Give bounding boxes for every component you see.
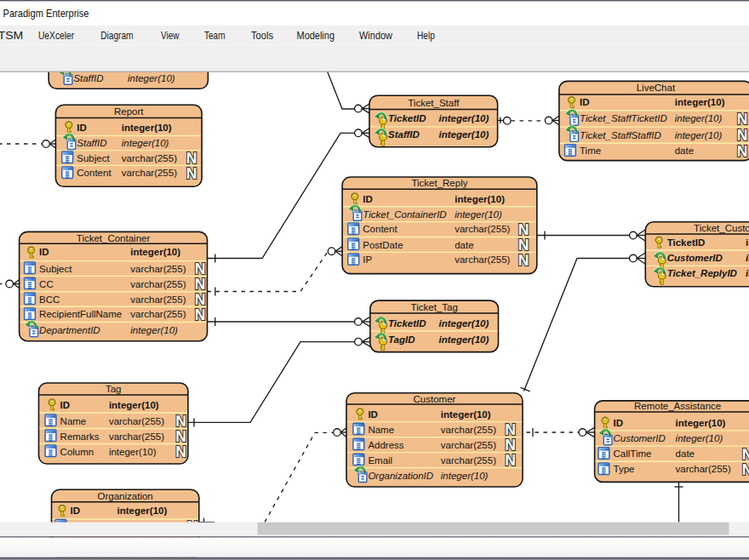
svg-text:integer(10): integer(10) bbox=[675, 113, 723, 123]
svg-text:Ticket_Container: Ticket_Container bbox=[77, 233, 151, 243]
svg-text:Ticket_ContainerID: Ticket_ContainerID bbox=[363, 209, 446, 220]
svg-text:Subject: Subject bbox=[39, 264, 72, 274]
svg-text:integer(10): integer(10) bbox=[746, 268, 749, 278]
svg-text:TicketID: TicketID bbox=[667, 237, 706, 248]
svg-text:integer(10): integer(10) bbox=[130, 325, 178, 335]
svg-text:Name: Name bbox=[60, 416, 87, 426]
svg-text:Time: Time bbox=[580, 146, 601, 156]
svg-text:ITSM: ITSM bbox=[0, 29, 23, 42]
svg-text:integer(10): integer(10) bbox=[676, 433, 723, 443]
svg-text:Tools: Tools bbox=[251, 29, 273, 42]
svg-text:integer(10): integer(10) bbox=[117, 506, 168, 516]
svg-text:Report: Report bbox=[114, 106, 144, 117]
svg-text:integer(10): integer(10) bbox=[746, 253, 749, 263]
svg-text:Column: Column bbox=[60, 447, 94, 457]
svg-text:Ticket_StaffTicketID: Ticket_StaffTicketID bbox=[580, 113, 667, 123]
svg-text:varchar(255): varchar(255) bbox=[676, 464, 731, 474]
svg-text:Ticket_ReplyID: Ticket_ReplyID bbox=[667, 268, 737, 278]
svg-text:UeXceler: UeXceler bbox=[38, 29, 75, 42]
svg-text:integer(10): integer(10) bbox=[675, 97, 725, 107]
svg-text:CustomerID: CustomerID bbox=[667, 253, 723, 263]
svg-text:integer(10): integer(10) bbox=[455, 209, 502, 220]
svg-text:Remarks: Remarks bbox=[60, 431, 100, 442]
svg-text:ID: ID bbox=[580, 97, 590, 107]
svg-text:integer(10): integer(10) bbox=[746, 237, 749, 248]
svg-text:StaffID: StaffID bbox=[73, 73, 103, 83]
svg-text:varchar(255): varchar(255) bbox=[130, 264, 186, 274]
svg-text:Ticket_Customer: Ticket_Customer bbox=[694, 223, 749, 233]
svg-text:integer(10): integer(10) bbox=[439, 318, 489, 329]
svg-text:integer(10): integer(10) bbox=[441, 409, 491, 420]
svg-text:ID: ID bbox=[71, 506, 81, 516]
svg-text:Paradigm Enterprise: Paradigm Enterprise bbox=[3, 7, 89, 20]
svg-text:integer(10): integer(10) bbox=[439, 113, 489, 123]
svg-text:RecipientFullName: RecipientFullName bbox=[39, 309, 122, 319]
svg-text:ID: ID bbox=[363, 194, 373, 204]
svg-text:varchar(255): varchar(255) bbox=[441, 425, 496, 435]
svg-text:integer(10): integer(10) bbox=[130, 247, 180, 257]
svg-text:TicketID: TicketID bbox=[388, 318, 426, 329]
svg-text:CallTime: CallTime bbox=[614, 449, 652, 459]
svg-text:ID: ID bbox=[60, 400, 71, 410]
svg-text:StaffID: StaffID bbox=[388, 129, 420, 140]
svg-text:integer(10): integer(10) bbox=[109, 400, 159, 410]
svg-text:integer(10): integer(10) bbox=[109, 447, 157, 457]
svg-text:integer(10): integer(10) bbox=[676, 418, 726, 428]
svg-text:OrganizationID: OrganizationID bbox=[368, 471, 433, 481]
svg-text:varchar(255): varchar(255) bbox=[455, 224, 510, 234]
svg-text:varchar(255): varchar(255) bbox=[122, 168, 177, 178]
svg-text:LiveChat: LiveChat bbox=[637, 83, 676, 93]
svg-text:Ticket_StaffStaffID: Ticket_StaffStaffID bbox=[580, 130, 661, 140]
svg-text:varchar(255): varchar(255) bbox=[455, 254, 510, 265]
svg-text:varchar(255): varchar(255) bbox=[109, 431, 164, 442]
svg-text:ID: ID bbox=[614, 418, 624, 428]
svg-text:ID: ID bbox=[39, 247, 49, 257]
svg-text:Subject: Subject bbox=[77, 153, 110, 163]
svg-text:DepartmentID: DepartmentID bbox=[39, 325, 100, 335]
svg-text:integer(10): integer(10) bbox=[455, 194, 505, 204]
svg-text:IP: IP bbox=[363, 254, 372, 265]
svg-text:integer(10): integer(10) bbox=[122, 123, 172, 133]
svg-text:Address: Address bbox=[368, 440, 403, 450]
svg-text:integer(10): integer(10) bbox=[439, 334, 489, 345]
svg-text:Type: Type bbox=[614, 464, 635, 474]
svg-text:integer(10): integer(10) bbox=[441, 471, 489, 481]
svg-text:BCC: BCC bbox=[39, 294, 60, 305]
svg-text:Ticket_Tag: Ticket_Tag bbox=[411, 302, 458, 312]
svg-text:integer(10): integer(10) bbox=[675, 130, 723, 140]
svg-text:View: View bbox=[161, 29, 180, 42]
svg-text:Team: Team bbox=[204, 29, 226, 42]
svg-text:PostDate: PostDate bbox=[363, 240, 403, 250]
svg-text:date: date bbox=[675, 146, 694, 156]
svg-text:ID: ID bbox=[77, 123, 87, 133]
svg-text:Content: Content bbox=[77, 168, 111, 178]
svg-text:date: date bbox=[676, 449, 695, 459]
svg-text:Name: Name bbox=[368, 425, 394, 435]
svg-text:Tag: Tag bbox=[106, 384, 122, 394]
svg-text:Customer: Customer bbox=[414, 394, 456, 404]
svg-text:Organization: Organization bbox=[98, 491, 153, 501]
svg-text:Ticket_Staff: Ticket_Staff bbox=[408, 98, 460, 108]
svg-text:Diagram: Diagram bbox=[100, 29, 133, 42]
svg-text:varchar(255): varchar(255) bbox=[109, 416, 164, 426]
svg-text:Window: Window bbox=[359, 29, 393, 42]
svg-text:CC: CC bbox=[39, 279, 54, 289]
svg-text:Content: Content bbox=[363, 224, 397, 234]
svg-text:CustomerID: CustomerID bbox=[614, 433, 666, 443]
svg-text:StaffID: StaffID bbox=[77, 138, 106, 148]
svg-text:integer(10): integer(10) bbox=[128, 73, 175, 83]
svg-text:integer(10): integer(10) bbox=[439, 129, 489, 140]
svg-text:ID: ID bbox=[368, 409, 378, 420]
svg-text:varchar(255): varchar(255) bbox=[122, 153, 177, 163]
svg-text:TagID: TagID bbox=[388, 334, 415, 345]
svg-text:Remote_Assistance: Remote_Assistance bbox=[634, 401, 721, 411]
svg-text:varchar(255): varchar(255) bbox=[130, 279, 186, 289]
svg-text:Ticket_Reply: Ticket_Reply bbox=[411, 178, 467, 188]
svg-text:varchar(255): varchar(255) bbox=[441, 455, 496, 466]
svg-text:varchar(255): varchar(255) bbox=[441, 440, 496, 450]
svg-text:date: date bbox=[455, 240, 473, 250]
svg-text:varchar(255): varchar(255) bbox=[130, 294, 186, 305]
svg-text:TicketID: TicketID bbox=[388, 113, 426, 123]
svg-text:integer(10): integer(10) bbox=[122, 138, 169, 148]
svg-text:varchar(255): varchar(255) bbox=[130, 309, 186, 319]
